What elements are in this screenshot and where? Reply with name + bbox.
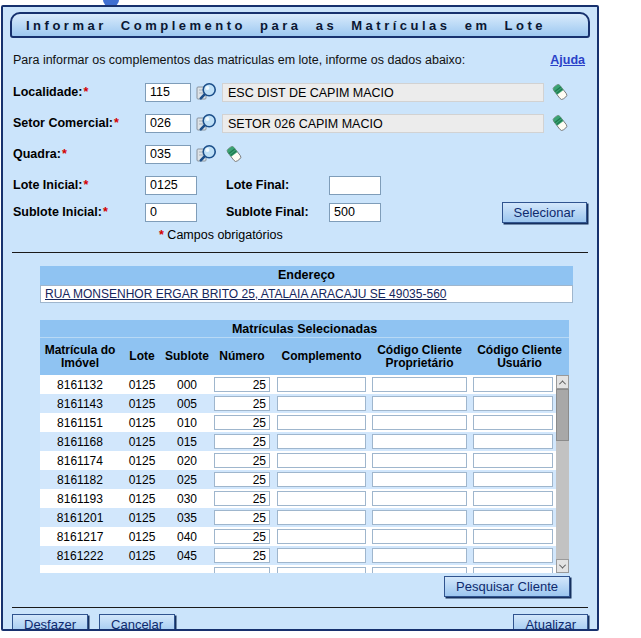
endereco-link[interactable]: RUA MONSENHOR ERGAR BRITO 25, ATALAIA AR…	[45, 287, 446, 301]
numero-input[interactable]	[214, 396, 270, 411]
numero-input[interactable]	[214, 377, 270, 392]
help-link[interactable]: Ajuda	[550, 53, 585, 67]
cod-cliente-proprietario-input[interactable]	[372, 529, 467, 544]
separator-line	[12, 252, 588, 253]
cancelar-button[interactable]: Cancelar	[99, 614, 175, 631]
cod-cliente-proprietario-input[interactable]	[372, 377, 467, 392]
cod-cliente-usuario-input[interactable]	[473, 396, 553, 411]
quadra-code-input[interactable]	[145, 145, 191, 164]
eraser-icon[interactable]	[550, 113, 570, 133]
search-icon[interactable]	[196, 81, 218, 103]
complemento-input[interactable]	[277, 415, 366, 430]
complemento-input[interactable]	[277, 434, 366, 449]
numero-input[interactable]	[214, 415, 270, 430]
scrollbar-thumb[interactable]	[556, 389, 569, 441]
required-fields-note: * Campos obrigatórios	[158, 228, 597, 242]
cod-cliente-usuario-input[interactable]	[473, 415, 553, 430]
search-icon[interactable]	[196, 112, 218, 134]
sublote-cell: 015	[164, 435, 210, 449]
cod-cliente-proprietario-input[interactable]	[372, 472, 467, 487]
endereco-header: Endereço	[40, 266, 573, 285]
cod-cliente-usuario-input[interactable]	[473, 548, 553, 563]
cod-cliente-usuario-input[interactable]	[473, 510, 553, 525]
required-marker: *	[159, 228, 164, 242]
setor-comercial-row: Setor Comercial:* SETOR 026 CAPIM MACIO	[13, 112, 597, 134]
col-header-lote: Lote	[120, 350, 164, 363]
matricula-cell: 8161222	[40, 549, 120, 563]
numero-input[interactable]	[214, 510, 270, 525]
cod-cliente-proprietario-input[interactable]	[372, 396, 467, 411]
vertical-scrollbar[interactable]	[556, 375, 569, 573]
numero-input[interactable]	[214, 548, 270, 563]
numero-input[interactable]	[214, 491, 270, 506]
matricula-cell: 8161174	[40, 454, 120, 468]
intro-row: Para informar os complementos das matric…	[13, 53, 585, 67]
complemento-input[interactable]	[277, 529, 366, 544]
matricula-cell: 8161217	[40, 530, 120, 544]
numero-input[interactable]	[214, 472, 270, 487]
complemento-input[interactable]	[277, 491, 366, 506]
setor-comercial-label: Setor Comercial:*	[13, 116, 145, 130]
lote-cell: 0125	[120, 416, 164, 430]
sublote-final-input[interactable]	[329, 203, 381, 222]
cod-cliente-proprietario-input[interactable]	[372, 548, 467, 563]
cod-cliente-usuario-input[interactable]	[473, 453, 553, 468]
complemento-input[interactable]	[277, 567, 366, 573]
complemento-input[interactable]	[277, 396, 366, 411]
cod-cliente-usuario-input[interactable]	[473, 567, 553, 573]
lote-inicial-input[interactable]	[145, 176, 197, 195]
desfazer-button[interactable]: Desfazer	[12, 614, 88, 631]
search-icon[interactable]	[196, 143, 218, 165]
localidade-code-input[interactable]	[145, 83, 191, 102]
lote-cell: 0125	[120, 549, 164, 563]
table-row: 8161182 0125 025	[40, 470, 556, 489]
cod-cliente-usuario-input[interactable]	[473, 491, 553, 506]
filter-form: Localidade:* ESC DIST DE CAPIM MACIO	[13, 81, 597, 242]
complemento-input[interactable]	[277, 453, 366, 468]
table-row: 8161132 0125 000	[40, 375, 556, 394]
page: Informar Complemento para as Matrículas …	[0, 0, 641, 638]
cod-cliente-usuario-input[interactable]	[473, 377, 553, 392]
complemento-input[interactable]	[277, 510, 366, 525]
numero-input[interactable]	[214, 529, 270, 544]
eraser-icon[interactable]	[550, 82, 570, 102]
col-header-matricula: Matrícula do Imóvel	[40, 344, 120, 370]
col-header-cod-proprietario: Código Cliente Proprietário	[369, 344, 470, 370]
complemento-input[interactable]	[277, 548, 366, 563]
cod-cliente-proprietario-input[interactable]	[372, 434, 467, 449]
atualizar-button[interactable]: Atualizar	[513, 614, 588, 631]
lote-cell: 0125	[120, 473, 164, 487]
numero-input[interactable]	[214, 567, 270, 573]
numero-input[interactable]	[214, 453, 270, 468]
cod-cliente-proprietario-input[interactable]	[372, 415, 467, 430]
quadra-label: Quadra:*	[13, 147, 145, 161]
lote-final-input[interactable]	[329, 176, 381, 195]
table-row: 8161151 0125 010	[40, 413, 556, 432]
cod-cliente-usuario-input[interactable]	[473, 472, 553, 487]
lote-row: Lote Inicial:* Lote Final:	[13, 174, 597, 196]
table-row: 8161168 0125 015	[40, 432, 556, 451]
scroll-down-button[interactable]	[556, 559, 569, 573]
cod-cliente-usuario-input[interactable]	[473, 529, 553, 544]
matriculas-table: Matrículas Selecionadas Matrícula do Imó…	[40, 320, 569, 573]
cod-cliente-proprietario-input[interactable]	[372, 510, 467, 525]
cod-cliente-proprietario-input[interactable]	[372, 453, 467, 468]
complemento-input[interactable]	[277, 472, 366, 487]
separator-line	[12, 607, 588, 608]
cod-cliente-usuario-input[interactable]	[473, 434, 553, 449]
endereco-panel: Endereço RUA MONSENHOR ERGAR BRITO 25, A…	[40, 266, 573, 303]
pesquisar-cliente-button[interactable]: Pesquisar Cliente	[444, 576, 570, 597]
scroll-up-button[interactable]	[556, 375, 569, 389]
table-row: 8161217 0125 040	[40, 527, 556, 546]
sublote-inicial-input[interactable]	[145, 203, 197, 222]
cod-cliente-proprietario-input[interactable]	[372, 491, 467, 506]
matricula-cell: 8161201	[40, 511, 120, 525]
table-body: 8161132 0125 000 8161143 0125 005 816115…	[40, 375, 556, 573]
cod-cliente-proprietario-input[interactable]	[372, 567, 467, 573]
eraser-icon[interactable]	[224, 144, 244, 164]
setor-comercial-code-input[interactable]	[145, 114, 191, 133]
table-row: 8161143 0125 005	[40, 394, 556, 413]
numero-input[interactable]	[214, 434, 270, 449]
selecionar-button[interactable]: Selecionar	[502, 202, 587, 223]
complemento-input[interactable]	[277, 377, 366, 392]
